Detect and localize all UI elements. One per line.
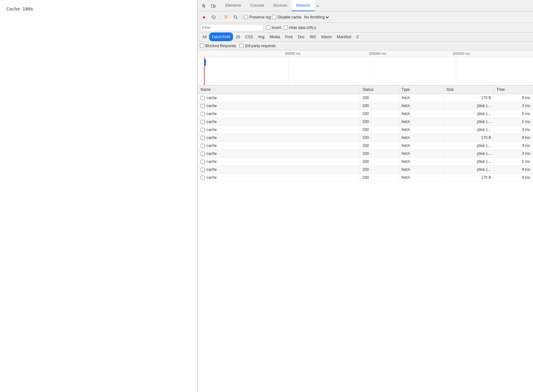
table-row[interactable]: cache200fetch(disk c...2 ms <box>198 110 533 118</box>
cell-time: 2 ms <box>494 158 533 166</box>
row-checkbox[interactable] <box>201 120 205 124</box>
network-table: Name Status Type Size Time <box>198 85 533 182</box>
tab-more-button[interactable]: » <box>315 3 321 8</box>
throttle-select[interactable]: No throttling <box>303 15 330 20</box>
cell-name: cache <box>198 110 360 118</box>
cell-type: fetch <box>399 94 443 102</box>
cell-status: 200 <box>360 94 399 102</box>
type-tab-doc[interactable]: Doc <box>295 33 307 41</box>
col-header-time[interactable]: Time <box>494 85 533 94</box>
svg-rect-1 <box>214 5 215 7</box>
type-tab-other[interactable]: C <box>354 33 362 41</box>
cell-type: fetch <box>399 126 443 134</box>
blocked-requests-group[interactable]: Blocked Requests <box>200 44 236 48</box>
table-row[interactable]: cache200fetch(disk c...3 ms <box>198 126 533 134</box>
cell-size: (disk c... <box>443 118 494 126</box>
cell-status: 200 <box>360 118 399 126</box>
blocked-requests-label: Blocked Requests <box>205 44 236 48</box>
third-party-group[interactable]: 3rd-party requests <box>239 44 276 48</box>
row-checkbox[interactable] <box>201 176 205 180</box>
search-button[interactable] <box>231 13 240 21</box>
row-checkbox[interactable] <box>201 160 205 164</box>
invert-checkbox[interactable] <box>266 25 270 30</box>
cell-type: fetch <box>399 142 443 150</box>
type-tab-js[interactable]: JS <box>233 33 243 41</box>
col-header-status[interactable]: Status <box>360 85 399 94</box>
type-tab-wasm[interactable]: Wasm <box>318 33 334 41</box>
tab-console[interactable]: Console <box>246 0 269 11</box>
toggle-device-button[interactable] <box>209 2 217 10</box>
blocked-requests-checkbox[interactable] <box>200 44 204 48</box>
type-tab-manifest[interactable]: Manifest <box>334 33 354 41</box>
filter-button[interactable] <box>222 13 230 21</box>
cell-name: cache <box>198 142 360 150</box>
row-checkbox[interactable] <box>201 144 205 148</box>
cell-name: cache <box>198 102 360 110</box>
tab-elements[interactable]: Elements <box>221 0 246 11</box>
disable-cache-group[interactable]: Disable cache <box>272 15 301 19</box>
table-row[interactable]: cache200fetch(disk c...2 ms <box>198 158 533 166</box>
cell-time: 4 ms <box>494 134 533 142</box>
preserve-log-checkbox[interactable] <box>244 15 248 19</box>
row-checkbox[interactable] <box>201 104 205 108</box>
cell-size: 170 B <box>443 174 494 182</box>
type-tab-all[interactable]: All <box>200 33 209 41</box>
svg-line-3 <box>213 16 215 18</box>
hide-data-urls-checkbox[interactable] <box>284 25 288 30</box>
row-checkbox[interactable] <box>201 96 205 100</box>
tab-network[interactable]: Network <box>292 0 315 11</box>
toolbar-divider-2 <box>242 14 242 20</box>
cell-type: fetch <box>399 166 443 174</box>
type-tab-img[interactable]: Img <box>256 33 267 41</box>
cell-size: (disk c... <box>443 102 494 110</box>
timeline-gridline-3 <box>456 57 456 85</box>
table-row[interactable]: cache200fetch(disk c...3 ms <box>198 142 533 150</box>
timeline-gridline-2 <box>372 57 373 85</box>
table-row[interactable]: cache200fetch170 B4 ms <box>198 134 533 142</box>
preserve-log-label: Preserve log <box>249 15 271 19</box>
col-header-name[interactable]: Name <box>198 85 360 94</box>
table-row[interactable]: cache200fetch(disk c...4 ms <box>198 166 533 174</box>
invert-filter-group[interactable]: Invert <box>266 25 281 30</box>
type-tab-css[interactable]: CSS <box>243 33 256 41</box>
third-party-checkbox[interactable] <box>239 44 244 48</box>
table-row[interactable]: cache200fetch170 B9 ms <box>198 94 533 102</box>
type-tab-ws[interactable]: WS <box>307 33 318 41</box>
timeline-ruler: 50000 ms 100000 ms 150000 ms <box>198 50 533 57</box>
network-table-area[interactable]: Name Status Type Size Time <box>198 85 533 392</box>
devtools-panel: Elements Console Sources Network » ● <box>198 0 533 392</box>
col-header-size[interactable]: Size <box>443 85 494 94</box>
cell-type: fetch <box>399 102 443 110</box>
hide-data-urls-group[interactable]: Hide data URLs <box>284 25 316 30</box>
row-checkbox[interactable] <box>201 152 205 156</box>
row-checkbox[interactable] <box>201 168 205 172</box>
type-tab-fetch-xhr[interactable]: Fetch/XHR <box>209 33 233 41</box>
type-filter-bar: All Fetch/XHR JS CSS Img Media Font Doc … <box>198 33 533 41</box>
type-tab-media[interactable]: Media <box>267 33 283 41</box>
cell-type: fetch <box>399 174 443 182</box>
timeline-gridline-1 <box>288 57 289 85</box>
disable-cache-label: Disable cache <box>277 15 301 19</box>
timeline-content <box>198 57 533 85</box>
inspect-element-button[interactable] <box>201 2 208 10</box>
table-row[interactable]: cache200fetch(disk c...2 ms <box>198 118 533 126</box>
table-row[interactable]: cache200fetch170 B4 ms <box>198 174 533 182</box>
type-tab-font[interactable]: Font <box>282 33 295 41</box>
table-row[interactable]: cache200fetch(disk c...3 ms <box>198 102 533 110</box>
row-checkbox[interactable] <box>201 112 205 116</box>
cell-time: 4 ms <box>494 166 533 174</box>
col-header-type[interactable]: Type <box>399 85 443 94</box>
preserve-log-group[interactable]: Preserve log <box>244 15 271 19</box>
disable-cache-checkbox[interactable] <box>272 15 276 19</box>
cell-time: 3 ms <box>494 142 533 150</box>
cell-status: 200 <box>360 142 399 150</box>
clear-button[interactable] <box>209 13 218 21</box>
tab-sources[interactable]: Sources <box>269 0 292 11</box>
timeline-tick-100k: 100000 ms <box>369 52 386 55</box>
row-checkbox[interactable] <box>201 136 205 140</box>
row-checkbox[interactable] <box>201 128 205 132</box>
table-row[interactable]: cache200fetch(disk c...3 ms <box>198 150 533 158</box>
filter-input[interactable] <box>200 24 264 31</box>
record-button[interactable]: ● <box>200 13 208 21</box>
cell-type: fetch <box>399 110 443 118</box>
